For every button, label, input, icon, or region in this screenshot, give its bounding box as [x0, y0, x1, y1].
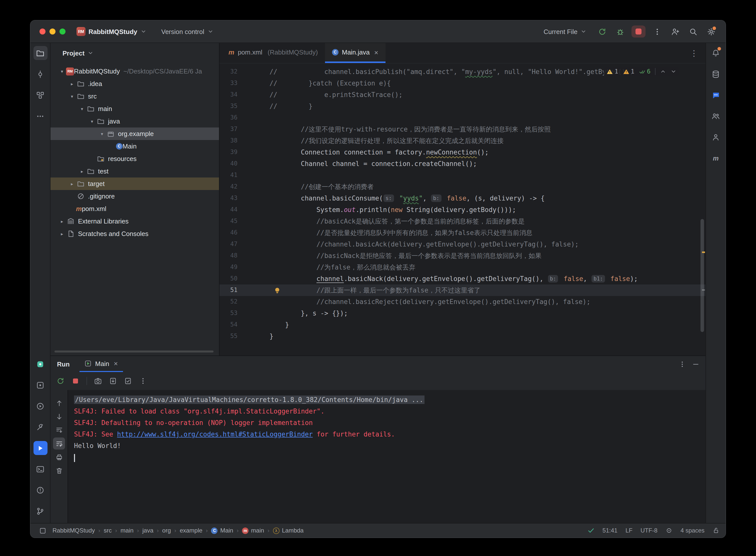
chevron-down-icon[interactable]: ▾ — [98, 131, 106, 136]
tab-main-java[interactable]: CMain.java× — [325, 43, 385, 63]
tree-item-main[interactable]: ▾main — [50, 103, 219, 115]
code-vision-icon[interactable] — [665, 527, 673, 534]
code-line-53[interactable]: }, s -> {}); — [270, 308, 706, 319]
inspections-status-icon[interactable] — [587, 527, 594, 534]
caret-position-widget[interactable]: 51:41 — [603, 527, 618, 534]
code-line-43[interactable]: channel.basicConsume(s: "yyds", b: false… — [270, 193, 706, 204]
code-line-46[interactable]: //是否批量处理消息队列中所有的消息，如果为false表示只处理当前消息 — [270, 227, 706, 239]
code-line-49[interactable]: //为false，那么消息就会被丢弃 — [270, 262, 706, 273]
tree-item-target[interactable]: ▸target — [50, 177, 219, 190]
more-tool-windows-icon[interactable] — [33, 109, 47, 123]
close-icon[interactable]: × — [374, 48, 378, 56]
code-line-39[interactable]: Connection connection = factory.newConne… — [270, 146, 706, 158]
tree-item-external-libraries[interactable]: ▸External Libraries — [50, 215, 219, 228]
console-options-button[interactable] — [137, 375, 149, 387]
zoom-window-button[interactable] — [60, 29, 66, 35]
thread-dump-button[interactable] — [92, 375, 104, 387]
code-line-50[interactable]: channel.basicNack(delivery.getEnvelope()… — [270, 273, 706, 284]
tree-item-idea[interactable]: ▸.idea — [50, 77, 219, 90]
run-tab-main[interactable]: Main × — [80, 356, 123, 372]
scroll-to-end-button[interactable] — [53, 424, 65, 436]
breadcrumb-lambda[interactable]: λLambda — [273, 527, 304, 534]
print-button[interactable] — [53, 451, 65, 463]
next-problem-icon[interactable] — [671, 69, 677, 74]
intention-bulb-icon[interactable] — [274, 286, 281, 294]
close-window-button[interactable] — [39, 29, 45, 35]
code-line-35[interactable]: // } — [270, 101, 706, 112]
debug-button[interactable] — [614, 25, 626, 38]
code-line-33[interactable]: // }catch (Exception e){ — [270, 77, 706, 89]
profiler-tool-icon[interactable] — [33, 399, 47, 413]
chevron-down-icon[interactable]: ▾ — [58, 69, 66, 74]
collaboration-icon[interactable] — [709, 109, 723, 123]
tree-item-org-example[interactable]: ▾org.example — [50, 128, 219, 140]
tree-item-pom-xml[interactable]: mpom.xml — [50, 203, 219, 215]
rerun-button[interactable] — [595, 25, 609, 38]
tree-item-resources[interactable]: resources — [50, 152, 219, 165]
chevron-down-icon[interactable]: ▾ — [88, 119, 96, 124]
clear-console-button[interactable] — [53, 464, 65, 477]
code-line-38[interactable]: //我们设定的逻辑进行处理，所以这里不能在定义完成之后就关闭连接 — [270, 135, 706, 146]
tab-options-button[interactable]: ⋮ — [690, 48, 706, 58]
tree-item-test[interactable]: ▸test — [50, 165, 219, 177]
run-config-selector[interactable]: Current File — [540, 26, 590, 37]
breadcrumb-rabbitmqstudy[interactable]: RabbitMQStudy — [38, 526, 95, 535]
console-output[interactable]: /Users/eve/Library/Java/JavaVirtualMachi… — [68, 390, 706, 523]
problems-tool-icon[interactable] — [33, 483, 47, 497]
chevron-right-icon[interactable]: ▸ — [78, 169, 86, 174]
code-line-47[interactable]: //channel.basicAck(delivery.getEnvelope(… — [270, 239, 706, 250]
ai-assistant-icon[interactable] — [709, 88, 723, 102]
tree-item-main[interactable]: CMain — [50, 140, 219, 152]
code-line-48[interactable]: //basicNack是拒绝应答，最后一个参数表示是否将当前消息放回队列，如果 — [270, 250, 706, 262]
run-tool-icon[interactable] — [33, 441, 47, 455]
dump-to-file-button[interactable] — [106, 375, 119, 387]
encoding-widget[interactable]: UTF-8 — [641, 527, 657, 534]
code-line-37[interactable]: //这里不使用try-with-resource，因为消费者是一直等待新的消息到… — [270, 124, 706, 135]
code-line-51[interactable]: //跟上面一样，最后一个参数为false，只不过这里省了 — [270, 284, 706, 296]
caret-stripe-mark[interactable] — [702, 289, 705, 290]
code-line-45[interactable]: //basicAck是确认应答，第一个参数是当前的消息标签，后面的参数是 — [270, 215, 706, 227]
code-line-36[interactable] — [270, 112, 706, 124]
stop-button[interactable] — [631, 26, 646, 37]
project-widget[interactable]: RM RabbitMQStudy — [72, 25, 150, 38]
inspections-widget[interactable]: 1 1 6 — [604, 67, 680, 76]
services-tool-icon[interactable] — [33, 378, 47, 392]
code-with-me-button[interactable] — [668, 25, 682, 38]
search-everywhere-button[interactable] — [687, 25, 699, 38]
chevron-down-icon[interactable]: ▾ — [78, 106, 86, 111]
build-tool-icon[interactable] — [33, 420, 47, 434]
chevron-right-icon[interactable]: ▸ — [68, 81, 76, 86]
database-tool-icon[interactable] — [709, 67, 723, 81]
commit-tool-icon[interactable] — [33, 67, 47, 81]
code-line-42[interactable]: //创建一个基本的消费者 — [270, 181, 706, 193]
rerun-run-button[interactable] — [54, 375, 67, 387]
code-line-52[interactable]: //channel.basicReject(delivery.getEnvelo… — [270, 296, 706, 308]
breadcrumb-main[interactable]: mmain — [242, 527, 264, 534]
breadcrumb-org[interactable]: org — [162, 527, 171, 534]
chevron-down-icon[interactable]: ▾ — [68, 94, 76, 99]
chevron-right-icon[interactable]: ▸ — [58, 219, 66, 224]
maven-tool-icon[interactable]: m — [709, 151, 723, 165]
minimize-window-button[interactable] — [49, 29, 56, 35]
notifications-icon[interactable] — [709, 46, 723, 60]
run-options-button[interactable] — [679, 360, 686, 368]
terminal-tool-icon[interactable] — [33, 462, 47, 476]
hide-panel-button[interactable] — [692, 360, 699, 368]
project-panel-header[interactable]: Project — [50, 43, 219, 63]
chevron-right-icon[interactable]: ▸ — [68, 181, 76, 186]
prev-problem-icon[interactable] — [660, 69, 666, 74]
breadcrumb-java[interactable]: java — [142, 527, 153, 534]
lock-icon[interactable] — [713, 527, 720, 534]
prev-occurrence-button[interactable] — [53, 397, 65, 409]
code-line-40[interactable]: Channel channel = connection.createChann… — [270, 158, 706, 170]
editor[interactable]: 3233343536373839404142434445464748495051… — [219, 64, 706, 355]
code-line-34[interactable]: // e.printStackTrace(); — [270, 89, 706, 101]
breadcrumb-example[interactable]: example — [180, 527, 203, 534]
tree-item-rabbitmqstudy[interactable]: ▾RMRabbitMQStudy~/Desktop/CS/JavaEE/6 Ja — [50, 65, 219, 77]
indent-widget[interactable]: 4 spaces — [681, 527, 705, 534]
editor-scrollbar[interactable] — [700, 219, 704, 332]
plugin-tool-icon[interactable] — [33, 357, 47, 371]
version-control-tool-icon[interactable] — [33, 504, 47, 518]
more-actions-button[interactable] — [651, 25, 663, 38]
console-link[interactable]: http://www.slf4j.org/codes.html#StaticLo… — [117, 430, 313, 438]
